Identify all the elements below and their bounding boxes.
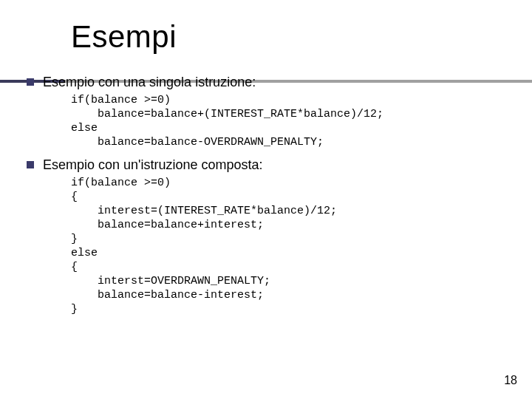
slide-body: Esempio con una singola istruzione: if(b… (27, 74, 514, 324)
code-block: if(balance >=0) balance=balance+(INTERES… (71, 93, 514, 149)
title-area: Esempi (0, 19, 532, 55)
slide: Esempi Esempio con una singola istruzion… (0, 0, 532, 399)
bullet-item: Esempio con una singola istruzione: (27, 74, 514, 90)
code-block: if(balance >=0) { interest=(INTEREST_RAT… (71, 176, 514, 316)
bullet-item: Esempio con un'istruzione composta: (27, 157, 514, 173)
square-bullet-icon (27, 161, 34, 168)
bullet-text: Esempio con un'istruzione composta: (43, 157, 263, 173)
page-number: 18 (504, 374, 517, 387)
bullet-text: Esempio con una singola istruzione: (43, 74, 256, 90)
slide-title: Esempi (71, 19, 532, 55)
square-bullet-icon (27, 78, 34, 86)
